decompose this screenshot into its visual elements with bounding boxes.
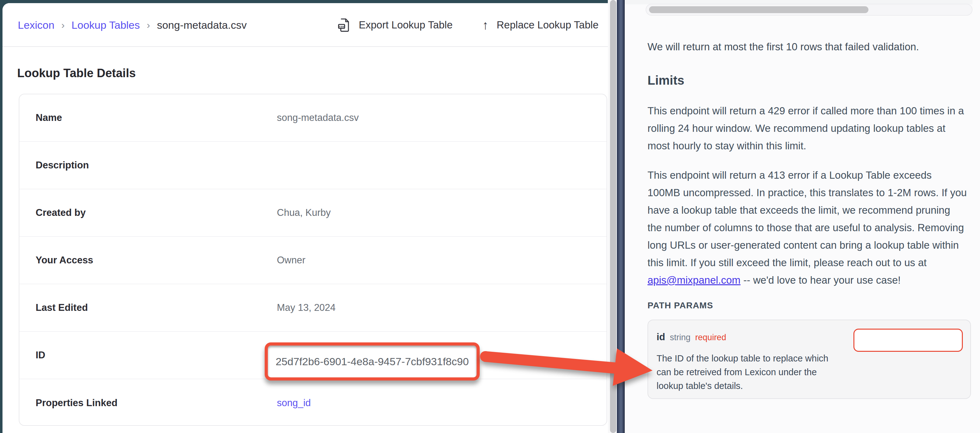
table-row-id: ID 25d7f2b6-6901-4e8a-9457-7cbf931f8c90 (19, 332, 606, 379)
window-divider (617, 0, 625, 433)
replace-lookup-table-button[interactable]: ↑ Replace Lookup Table (482, 19, 598, 31)
table-row-last-edited: Last Edited May 13, 2024 (19, 284, 606, 332)
row-value: Owner (277, 255, 305, 266)
paragraph-text: -- we'd love to hear your use case! (741, 274, 901, 286)
row-label: Description (36, 160, 89, 171)
limits-heading: Limits (648, 73, 967, 88)
toolbar: csv Export Lookup Table ↑ Replace Lookup… (337, 3, 598, 47)
limits-paragraph-1: This endpoint will return a 429 error if… (648, 102, 967, 154)
id-param-input[interactable] (853, 329, 963, 352)
breadcrumb-lookup-tables[interactable]: Lookup Tables (72, 19, 140, 31)
left-panel-card: Lexicon › Lookup Tables › song-metadata.… (3, 3, 608, 433)
row-value: song-metadata.csv (277, 112, 359, 123)
docs-horizontal-scrollbar-track[interactable] (646, 4, 972, 16)
param-type: string (670, 333, 690, 342)
docs-content: We will return at most the first 10 rows… (648, 16, 967, 399)
linked-property-link[interactable]: song_id (277, 397, 311, 409)
export-button-label: Export Lookup Table (359, 19, 452, 31)
table-row-properties-linked: Properties Linked song_id (19, 379, 606, 427)
table-row-description: Description (19, 142, 606, 189)
api-docs-panel: We will return at most the first 10 rows… (625, 0, 980, 433)
row-value: Chua, Kurby (277, 207, 331, 218)
table-row-created-by: Created by Chua, Kurby (19, 189, 606, 237)
param-name: id (657, 331, 665, 343)
breadcrumb-separator-icon: › (61, 19, 65, 31)
limits-paragraph-2: This endpoint will return a 413 error if… (648, 167, 967, 289)
export-lookup-table-button[interactable]: csv Export Lookup Table (337, 18, 452, 32)
breadcrumb: Lexicon › Lookup Tables › song-metadata.… (18, 3, 247, 47)
left-panel-scrollbar-thumb[interactable] (610, 0, 616, 433)
upload-arrow-icon: ↑ (482, 19, 488, 31)
lookup-table-id-value: 25d7f2b6-6901-4e8a-9457-7cbf931f8c90 (275, 355, 469, 368)
id-value-highlight-box: 25d7f2b6-6901-4e8a-9457-7cbf931f8c90 (265, 342, 480, 380)
path-params-label: PATH PARAMS (648, 301, 967, 310)
left-panel-scrollbar-track[interactable] (608, 0, 617, 433)
paragraph-text: This endpoint will return a 413 error if… (648, 169, 967, 268)
lookup-table-details-panel: Lexicon › Lookup Tables › song-metadata.… (0, 0, 608, 433)
csv-file-icon: csv (337, 18, 351, 32)
row-label: Your Access (36, 255, 93, 266)
path-param-card: id string required The ID of the lookup … (648, 320, 971, 399)
details-table: Name song-metadata.csv Description Creat… (19, 94, 607, 426)
row-label: Name (36, 112, 62, 123)
param-required-badge: required (695, 333, 726, 342)
row-value: May 13, 2024 (277, 302, 336, 314)
replace-button-label: Replace Lookup Table (496, 19, 598, 31)
docs-intro-text: We will return at most the first 10 rows… (648, 38, 967, 56)
param-header: id string required (657, 331, 726, 343)
page-header: Lexicon › Lookup Tables › song-metadata.… (3, 3, 608, 47)
support-email-link[interactable]: apis@mixpanel.com (648, 274, 741, 286)
row-label: ID (36, 350, 45, 361)
svg-text:csv: csv (339, 25, 344, 28)
table-row-your-access: Your Access Owner (19, 237, 606, 284)
page-title: Lookup Table Details (17, 67, 135, 80)
breadcrumb-current-file: song-metadata.csv (157, 19, 247, 31)
param-description: The ID of the lookup table to replace wh… (657, 352, 835, 393)
row-label: Created by (36, 207, 86, 218)
breadcrumb-separator-icon: › (147, 19, 150, 31)
row-label: Last Edited (36, 302, 88, 314)
row-label: Properties Linked (36, 397, 118, 409)
table-row-name: Name song-metadata.csv (19, 94, 606, 142)
docs-horizontal-scrollbar-thumb[interactable] (649, 6, 869, 13)
breadcrumb-lexicon[interactable]: Lexicon (18, 19, 54, 31)
